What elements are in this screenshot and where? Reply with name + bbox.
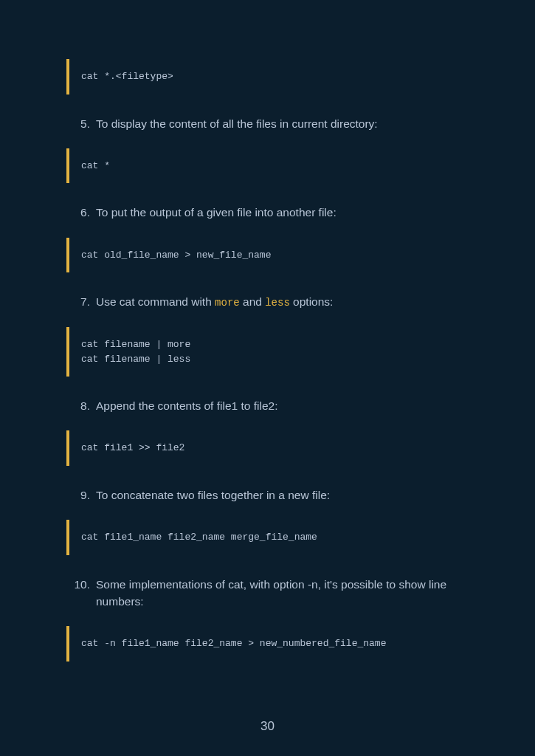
list-item: 7. Use cat command with more and less op… bbox=[72, 293, 469, 311]
list-number: 9. bbox=[72, 487, 96, 504]
list-text: Some implementations of cat, with option… bbox=[96, 576, 469, 611]
code-block: cat file1 >> file2 bbox=[66, 430, 469, 466]
list-text: To concatenate two files together in a n… bbox=[96, 487, 469, 504]
list-number: 8. bbox=[72, 397, 96, 414]
list-number: 10. bbox=[72, 576, 96, 611]
list-text: To put the output of a given file into a… bbox=[96, 204, 469, 221]
list-item: 10. Some implementations of cat, with op… bbox=[72, 576, 469, 611]
list-number: 5. bbox=[72, 115, 96, 132]
code-block: cat file1_name file2_name merge_file_nam… bbox=[66, 520, 469, 555]
list-number: 6. bbox=[72, 204, 96, 221]
inline-code-more: more bbox=[215, 297, 240, 309]
page-number: 30 bbox=[260, 719, 275, 734]
list-text: To display the content of all the files … bbox=[96, 115, 469, 132]
list-text: Use cat command with more and less optio… bbox=[96, 293, 469, 311]
code-block: cat * bbox=[66, 148, 469, 184]
list-number: 7. bbox=[72, 293, 96, 311]
list-item: 9. To concatenate two files together in … bbox=[72, 487, 469, 504]
text-segment: options: bbox=[290, 295, 334, 308]
list-item: 5. To display the content of all the fil… bbox=[72, 115, 469, 132]
code-block: cat *.<filetype> bbox=[66, 59, 469, 94]
list-item: 8. Append the contents of file1 to file2… bbox=[72, 397, 469, 414]
inline-code-less: less bbox=[265, 297, 290, 309]
code-block: cat filename | more cat filename | less bbox=[66, 327, 469, 377]
text-segment: and bbox=[240, 295, 265, 308]
text-segment: Use cat command with bbox=[96, 295, 215, 308]
list-item: 6. To put the output of a given file int… bbox=[72, 204, 469, 221]
list-text: Append the contents of file1 to file2: bbox=[96, 397, 469, 414]
code-block: cat old_file_name > new_file_name bbox=[66, 238, 469, 273]
code-block: cat -n file1_name file2_name > new_numbe… bbox=[66, 626, 469, 662]
